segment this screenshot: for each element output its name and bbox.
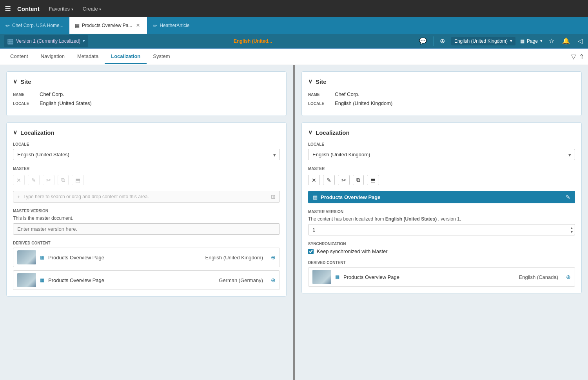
left-toolbar-copy[interactable]: ⧉: [58, 175, 69, 185]
right-derived-page-icon-0: ▦: [335, 274, 339, 280]
right-derived-name-0: Products Overview Page: [343, 274, 515, 280]
right-derived-item-0[interactable]: ▦ Products Overview Page English (Canada…: [308, 267, 575, 287]
menu-icon[interactable]: ☰: [5, 4, 11, 13]
grid-icon: ▦: [7, 37, 14, 45]
left-master-version-input[interactable]: [13, 223, 280, 235]
right-version-note-text: The content has been localized from: [308, 216, 384, 222]
left-locale-select[interactable]: English (United States) English (United …: [13, 149, 280, 160]
right-version-down-arrow[interactable]: ▼: [570, 230, 573, 233]
right-derived-list: ▦ Products Overview Page English (Canada…: [308, 267, 575, 287]
back-icon[interactable]: ◁: [576, 36, 584, 46]
collapse-icon[interactable]: ⇑: [579, 53, 584, 60]
tab-chef-icon: ✏: [5, 23, 10, 29]
left-derived-page-icon-0: ▦: [40, 255, 44, 260]
right-master-item-edit-icon[interactable]: ✎: [566, 194, 570, 200]
right-site-chevron-icon: ∨: [308, 78, 312, 85]
right-site-card: ∨ Site NAME Chef Corp. LOCALE English (U…: [301, 71, 582, 116]
right-localization-title: Localization: [316, 129, 350, 136]
left-derived-globe-0[interactable]: ⊕: [271, 254, 276, 261]
right-locale-select-wrapper[interactable]: English (United Kingdom) English (United…: [308, 149, 575, 160]
locale-selector-right[interactable]: English (United Kingdom) ▾: [451, 37, 515, 45]
globe-icon[interactable]: ⊕: [438, 36, 446, 46]
tab-heather-label: HeatherArticle: [160, 23, 189, 28]
right-site-locale-row: LOCALE English (United Kingdom): [308, 100, 575, 106]
right-version-stepper-wrapper[interactable]: ▲ ▼: [308, 224, 575, 235]
tab-chef-label: Chef Corp. USA Home...: [12, 23, 64, 28]
right-toolbar-copy[interactable]: ⧉: [353, 175, 364, 185]
tab-navigation[interactable]: Navigation: [34, 49, 71, 64]
right-master-version-section: MASTER VERSION The content has been loca…: [308, 210, 575, 235]
right-site-header[interactable]: ∨ Site: [308, 78, 575, 85]
left-toolbar-clear[interactable]: ✕: [13, 175, 25, 185]
left-toolbar-paste[interactable]: ⬒: [72, 175, 84, 185]
right-site-name-value: Chef Corp.: [335, 91, 359, 97]
left-toolbar-edit[interactable]: ✎: [28, 175, 40, 185]
right-derived-globe-0[interactable]: ⊕: [566, 274, 571, 280]
left-locale-select-wrapper[interactable]: English (United States) English (United …: [13, 149, 280, 160]
page-icon: ▦: [520, 38, 524, 44]
create-nav[interactable]: Create ▾: [80, 4, 105, 13]
top-nav: Favorites ▾ Create ▾: [46, 4, 105, 13]
right-site-locale-label: LOCALE: [308, 101, 332, 106]
tab-content[interactable]: Content: [4, 49, 34, 64]
tab-heather[interactable]: ✏ HeatherArticle: [147, 17, 195, 34]
tab-metadata[interactable]: Metadata: [71, 49, 105, 64]
left-site-locale-row: LOCALE English (United States): [13, 100, 280, 106]
right-toolbar-cut[interactable]: ✂: [338, 175, 350, 185]
right-derived-thumb-0: [312, 270, 331, 284]
right-sync-row: Keep synchronized with Master: [308, 248, 575, 254]
left-derived-locale-0: English (United Kingdom): [205, 255, 263, 261]
page-selector[interactable]: ▦ Page ▾: [520, 38, 543, 44]
left-search-plus-icon: +: [17, 194, 20, 200]
left-localization-header[interactable]: ∨ Localization: [13, 129, 280, 136]
tab-products[interactable]: ▦ Products Overview Pa... ✕: [69, 17, 148, 34]
left-derived-item-1[interactable]: ▦ Products Overview Page German (Germany…: [13, 270, 280, 290]
left-site-header[interactable]: ∨ Site: [13, 78, 280, 85]
right-master-item-icon: ▦: [313, 194, 318, 200]
left-toolbar-cut[interactable]: ✂: [43, 175, 54, 185]
version-selector[interactable]: ▦ Version 1 (Currently Localized) ▾: [4, 35, 88, 47]
tab-products-close[interactable]: ✕: [134, 22, 142, 29]
tab-localization[interactable]: Localization: [105, 49, 147, 64]
left-site-chevron-icon: ∨: [13, 78, 17, 85]
left-site-name-value: Chef Corp.: [40, 91, 64, 97]
filter-icon[interactable]: ▽: [571, 53, 576, 60]
tabs-row: ✏ Chef Corp. USA Home... ▦ Products Over…: [0, 17, 588, 34]
right-toolbar-paste[interactable]: ⬒: [367, 175, 379, 185]
main-area: ∨ Site NAME Chef Corp. LOCALE English (U…: [0, 65, 588, 380]
right-locale-select[interactable]: English (United Kingdom) English (United…: [308, 149, 575, 160]
right-master-item[interactable]: ▦ Products Overview Page ✎: [308, 191, 575, 203]
tab-chef[interactable]: ✏ Chef Corp. USA Home...: [0, 17, 69, 34]
bell-icon[interactable]: 🔔: [561, 36, 572, 46]
right-toolbar-clear[interactable]: ✕: [308, 175, 320, 185]
page-label: Page: [527, 38, 538, 44]
left-master-search[interactable]: + Type here to search or drag and drop c…: [13, 191, 280, 203]
right-toolbar-edit[interactable]: ✎: [323, 175, 335, 185]
left-derived-item-0[interactable]: ▦ Products Overview Page English (United…: [13, 248, 280, 267]
left-site-name-label: NAME: [13, 92, 36, 97]
left-derived-locale-1: German (Germany): [219, 277, 263, 283]
right-localization-card: ∨ Localization LOCALE English (United Ki…: [301, 122, 582, 293]
star-icon[interactable]: ☆: [547, 36, 556, 46]
right-sync-checkbox[interactable]: [308, 249, 314, 254]
right-master-item-name: Products Overview Page: [321, 194, 563, 200]
left-master-toolbar: ✕ ✎ ✂ ⧉ ⬒: [13, 173, 280, 187]
tab-products-icon: ▦: [75, 23, 80, 29]
favorites-nav[interactable]: Favorites ▾: [46, 4, 76, 13]
right-localization-chevron-icon: ∨: [308, 129, 312, 136]
comment-icon[interactable]: 💬: [417, 36, 428, 46]
left-derived-globe-1[interactable]: ⊕: [271, 277, 276, 283]
right-master-label: MASTER: [308, 166, 575, 171]
left-master-label: MASTER: [13, 166, 280, 171]
right-localization-header[interactable]: ∨ Localization: [308, 129, 575, 136]
left-search-placeholder: Type here to search or drag and drop con…: [24, 194, 268, 199]
right-derived-locale-0: English (Canada): [519, 274, 558, 280]
tab-system[interactable]: System: [147, 49, 176, 64]
right-version-stepper[interactable]: [308, 224, 575, 235]
left-derived-label: DERIVED CONTENT: [13, 241, 280, 245]
right-version-up-arrow[interactable]: ▲: [570, 226, 573, 230]
left-derived-name-0: Products Overview Page: [48, 255, 201, 261]
right-master-version-label: MASTER VERSION: [308, 210, 575, 214]
tab-products-label: Products Overview Pa...: [82, 23, 132, 28]
left-localization-title: Localization: [20, 129, 54, 136]
